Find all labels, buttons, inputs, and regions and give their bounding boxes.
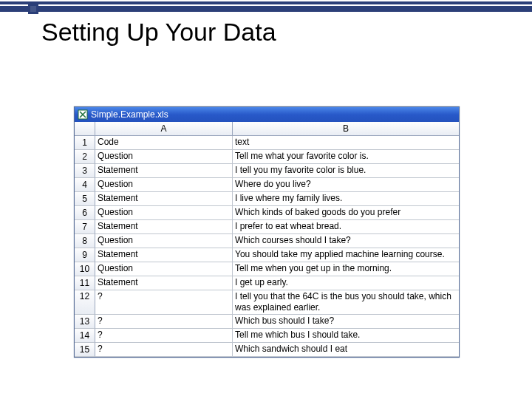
row-header[interactable]: 14 [75, 329, 95, 343]
cell[interactable]: Statement [95, 192, 233, 206]
spreadsheet-grid: A B 1 Code text 2 Question Tell me what … [75, 122, 459, 357]
excel-icon [78, 109, 88, 120]
cell[interactable]: I live where my family lives. [233, 192, 459, 206]
row-header[interactable]: 13 [75, 315, 95, 329]
cell[interactable]: Which sandwich should I eat [233, 343, 459, 357]
row-header[interactable]: 12 [75, 290, 95, 315]
cell[interactable]: Tell me which bus I should take. [233, 329, 459, 343]
row-header[interactable]: 10 [75, 262, 95, 276]
titlebar: Simple.Example.xls [75, 107, 459, 122]
cell[interactable]: Question [95, 178, 233, 192]
cell[interactable]: Statement [95, 248, 233, 262]
window-filename: Simple.Example.xls [91, 109, 168, 120]
spreadsheet-window: Simple.Example.xls A B 1 Code text 2 Que… [74, 106, 460, 358]
row-header[interactable]: 7 [75, 220, 95, 234]
cell[interactable]: Statement [95, 164, 233, 178]
cell[interactable]: I prefer to eat wheat bread. [233, 220, 459, 234]
cell[interactable]: I tell you that the 64C is the bus you s… [233, 290, 459, 315]
slide-top-decoration [0, 0, 532, 16]
cell[interactable]: Tell me when you get up in the morning. [233, 262, 459, 276]
cell[interactable]: text [233, 136, 459, 150]
cell[interactable]: Which bus should I take? [233, 315, 459, 329]
col-header-B[interactable]: B [233, 122, 459, 136]
decor-bar [0, 1, 532, 4]
cell[interactable]: Question [95, 234, 233, 248]
cell[interactable]: Statement [95, 220, 233, 234]
row-header[interactable]: 4 [75, 178, 95, 192]
cell[interactable]: ? [95, 315, 233, 329]
decor-bullet [28, 4, 38, 14]
cell[interactable]: I tell you my favorite color is blue. [233, 164, 459, 178]
row-header[interactable]: 5 [75, 192, 95, 206]
cell[interactable]: Code [95, 136, 233, 150]
col-header-A[interactable]: A [95, 122, 233, 136]
row-header[interactable]: 9 [75, 248, 95, 262]
cell[interactable]: Statement [95, 276, 233, 290]
row-header[interactable]: 2 [75, 150, 95, 164]
cell[interactable]: ? [95, 290, 233, 315]
cell[interactable]: Which courses should I take? [233, 234, 459, 248]
row-header[interactable]: 11 [75, 276, 95, 290]
cell[interactable]: Where do you live? [233, 178, 459, 192]
cell[interactable]: I get up early. [233, 276, 459, 290]
decor-bar [0, 6, 532, 12]
cell[interactable]: You should take my applied machine learn… [233, 248, 459, 262]
row-header[interactable]: 6 [75, 206, 95, 220]
grid-corner[interactable] [75, 122, 95, 136]
slide-title: Setting Up Your Data [41, 18, 276, 47]
cell[interactable]: Question [95, 150, 233, 164]
cell[interactable]: Which kinds of baked goods do you prefer [233, 206, 459, 220]
cell[interactable]: ? [95, 329, 233, 343]
cell[interactable]: Question [95, 206, 233, 220]
row-header[interactable]: 15 [75, 343, 95, 357]
cell[interactable]: Tell me what your favorite color is. [233, 150, 459, 164]
row-header[interactable]: 1 [75, 136, 95, 150]
cell[interactable]: Question [95, 262, 233, 276]
row-header[interactable]: 3 [75, 164, 95, 178]
cell[interactable]: ? [95, 343, 233, 357]
row-header[interactable]: 8 [75, 234, 95, 248]
